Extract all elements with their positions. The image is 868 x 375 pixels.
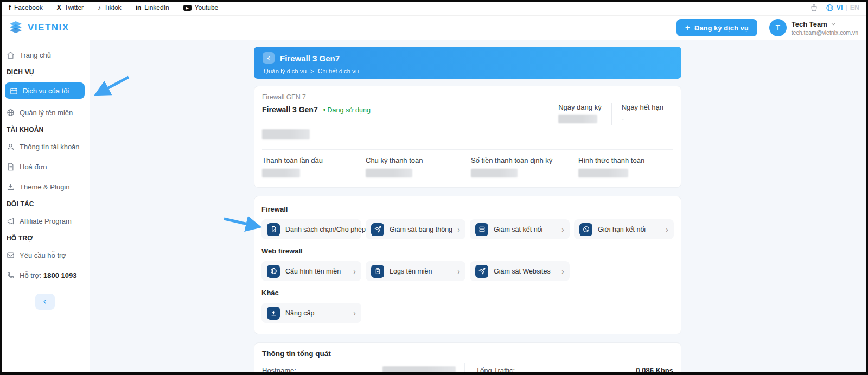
facebook-icon: f <box>9 4 11 11</box>
sidebar-item-label: Theme & Plugin <box>20 183 70 191</box>
traffic-row: Tổng Traffic: 0.086 Kbps <box>476 363 673 375</box>
service-status-badge: • Đang sử dụng <box>323 106 371 125</box>
action-label: Logs tên miền <box>390 268 457 275</box>
breadcrumb-separator: > <box>310 68 314 74</box>
tiktok-icon: ♪ <box>98 4 101 11</box>
file-check-icon <box>267 223 280 236</box>
lang-vi[interactable]: VI <box>837 4 843 11</box>
action-label: Giới hạn kết nối <box>598 226 666 233</box>
sidebar-collapse-button[interactable] <box>35 294 55 310</box>
chevron-right-icon: › <box>457 225 460 234</box>
payment-value-redacted <box>578 169 628 177</box>
sidebar-section-support: HỖ TRỢ <box>7 234 83 242</box>
sidebar-item-support-request[interactable]: Yêu cầu hỗ trợ <box>7 249 83 262</box>
payment-label: Chu kỳ thanh toán <box>366 156 471 164</box>
globe-gear-icon <box>267 265 280 278</box>
payment-col-method: Hình thức thanh toán <box>578 156 673 180</box>
download-icon <box>7 183 15 191</box>
sidebar-item-domain-management[interactable]: Quản lý tên miền <box>7 106 83 119</box>
service-name: Firewall 3 Gen7 <box>262 105 318 125</box>
social-link-youtube[interactable]: ▶ Youtube <box>183 4 219 11</box>
action-block-allow-list[interactable]: Danh sách chặn/Cho phép › <box>261 219 361 239</box>
clipboard-check-icon <box>371 265 384 278</box>
breadcrumb-current: Chi tiết dịch vụ <box>318 68 359 74</box>
action-connection-limit[interactable]: Giới hạn kết nối › <box>574 219 674 239</box>
action-domain-logs[interactable]: Logs tên miền › <box>366 261 465 281</box>
group-title-firewall: Firewall <box>261 205 674 213</box>
page-title: Firewall 3 Gen7 <box>280 54 340 63</box>
vietnix-logo[interactable]: VIETNIX <box>8 21 69 35</box>
user-icon <box>7 143 15 151</box>
action-connection-monitor[interactable]: Giám sát kết nối › <box>470 219 570 239</box>
social-link-tiktok[interactable]: ♪ Tiktok <box>98 4 122 11</box>
register-date-value-redacted <box>558 115 597 123</box>
social-link-facebook[interactable]: f Facebook <box>9 4 43 11</box>
payment-label: Số tiền thanh toán định kỳ <box>471 156 578 164</box>
register-service-button[interactable]: + Đăng ký dịch vụ <box>676 19 757 36</box>
overview-card: Thông tin tổng quát Hostname: Bật/Tắt Fi… <box>254 342 681 375</box>
social-label: Twitter <box>65 4 84 11</box>
chevron-left-icon <box>42 298 48 305</box>
payment-col-cycle: Chu kỳ thanh toán <box>366 156 471 180</box>
youtube-icon: ▶ <box>183 5 192 11</box>
calendar-icon <box>10 87 18 95</box>
back-button[interactable] <box>263 52 275 64</box>
support-prefix: Hỗ trợ: <box>20 271 41 279</box>
lang-en[interactable]: EN <box>850 4 859 11</box>
globe-icon <box>7 109 15 117</box>
mail-icon <box>7 251 15 259</box>
sidebar-item-label: Quản lý tên miền <box>20 109 73 117</box>
send-icon <box>475 265 488 278</box>
app-header: VIETNIX + Đăng ký dịch vụ T Tech Team te… <box>0 16 868 40</box>
send-icon <box>371 223 384 236</box>
social-link-twitter[interactable]: X Twitter <box>57 4 84 11</box>
sidebar-item-invoices[interactable]: Hoá đơn <box>7 160 83 173</box>
register-date-label: Ngày đăng ký <box>558 103 602 111</box>
payment-col-amount: Số tiền thanh toán định kỳ <box>471 156 578 180</box>
sidebar-item-home[interactable]: Trang chủ <box>7 48 83 61</box>
action-website-monitor[interactable]: Giám sát Websites › <box>470 261 570 281</box>
social-link-linkedin[interactable]: in LinkedIn <box>136 4 169 11</box>
expire-date-label: Ngày hết hạn <box>622 103 663 111</box>
page-banner: Firewall 3 Gen7 Quản lý dịch vụ > Chi ti… <box>254 47 681 79</box>
sidebar-item-affiliate[interactable]: Affiliate Program <box>7 214 83 227</box>
action-upgrade[interactable]: Nâng cấp › <box>261 303 361 323</box>
breadcrumb: Quản lý dịch vụ > Chi tiết dịch vụ <box>264 68 673 74</box>
sidebar-item-label: Hoá đơn <box>20 163 47 171</box>
payment-label: Thanh toán lần đầu <box>262 156 366 164</box>
firewall-actions-card: Firewall Danh sách chặn/Cho phép › Giám <box>254 196 681 334</box>
chevron-right-icon: › <box>561 267 564 276</box>
sidebar-item-hotline[interactable]: Hỗ trợ: 1800 1093 <box>7 269 83 282</box>
chevron-right-icon: › <box>353 267 356 276</box>
user-menu[interactable]: T Tech Team tech.team@vietnix.com.vn <box>769 19 858 36</box>
action-domain-config[interactable]: Cấu hình tên miền › <box>261 261 361 281</box>
sidebar-item-label: Yêu cầu hỗ trợ <box>20 251 66 259</box>
megaphone-icon <box>7 217 15 225</box>
traffic-value: 0.086 Kbps <box>636 366 673 374</box>
register-service-label: Đăng ký dịch vụ <box>694 24 749 32</box>
hostname-label: Hostname: <box>262 366 296 374</box>
ban-icon <box>579 223 592 236</box>
action-label: Giám sát băng thông <box>390 226 457 233</box>
chevron-right-icon: › <box>353 309 356 317</box>
action-label: Giám sát kết nối <box>494 226 561 233</box>
sidebar-section-partners: ĐỐI TÁC <box>7 200 83 208</box>
sidebar-item-account-info[interactable]: Thông tin tài khoản <box>7 140 83 153</box>
shopping-bag-icon[interactable] <box>810 4 818 12</box>
sidebar: Trang chủ DỊCH VỤ Dịch vụ của tôi Quản l… <box>0 40 90 375</box>
language-switcher[interactable]: VI | EN <box>826 4 859 12</box>
sidebar-item-theme-plugin[interactable]: Theme & Plugin <box>7 180 83 193</box>
sidebar-item-my-services[interactable]: Dịch vụ của tôi <box>5 82 85 99</box>
breadcrumb-link-services[interactable]: Quản lý dịch vụ <box>264 68 307 74</box>
social-label: LinkedIn <box>144 4 169 11</box>
action-bandwidth-monitor[interactable]: Giám sát băng thông › <box>366 219 465 239</box>
chevron-right-icon: › <box>561 225 564 234</box>
twitter-x-icon: X <box>57 4 61 11</box>
home-icon <box>7 51 15 59</box>
payment-label: Hình thức thanh toán <box>578 156 673 164</box>
service-plan: Firewall GEN 7 <box>262 93 673 101</box>
action-label: Cấu hình tên miền <box>285 268 353 275</box>
chevron-right-icon: › <box>666 225 668 234</box>
vietnix-logo-icon <box>8 21 24 35</box>
chevron-down-icon <box>831 21 836 27</box>
